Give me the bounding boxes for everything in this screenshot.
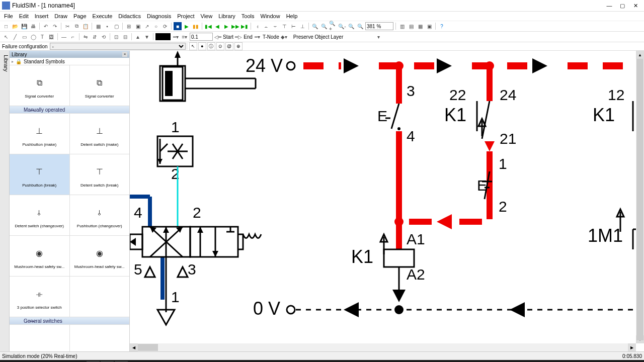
text-icon[interactable]: T	[38, 33, 46, 41]
lib-cat-manual[interactable]: Manually operated	[10, 106, 129, 113]
open-icon[interactable]: 📂	[11, 22, 19, 30]
scroll-up-icon[interactable]: ▲	[636, 51, 644, 59]
menu-library[interactable]: Library	[218, 13, 235, 19]
menu-draw[interactable]: Draw	[54, 13, 67, 19]
lib-item-pushbutton-make[interactable]: ⊥Pushbutton (make)	[10, 114, 69, 154]
zoom-page-icon[interactable]: 🔍	[356, 22, 364, 30]
close-button[interactable]: ✕	[629, 1, 642, 11]
play-button[interactable]: ▶	[183, 22, 191, 30]
help-icon[interactable]: ?	[438, 22, 446, 30]
circle-icon[interactable]: ○	[152, 22, 160, 30]
zoom-in-icon[interactable]: 🔍+	[329, 22, 337, 30]
node-style-icon[interactable]: ◆▾	[280, 33, 288, 41]
pause-button[interactable]: ▮▮	[192, 22, 200, 30]
end-arrow-icon[interactable]: ━▷	[234, 33, 243, 41]
lib-item-detent-make[interactable]: ⊥Detent switch (make)	[70, 114, 130, 154]
canvas[interactable]: 1 2 4 2	[130, 51, 644, 351]
zoom-sel-icon[interactable]: 🔍	[320, 22, 328, 30]
fail-target-icon[interactable]: ⊕	[234, 42, 243, 50]
zoom-out-icon[interactable]: 🔍-	[338, 22, 346, 30]
step-start-icon[interactable]: ▮◀	[204, 22, 212, 30]
lib-item-gen-1[interactable]	[10, 325, 69, 351]
align-mid-icon[interactable]: ⊢	[289, 22, 297, 30]
step-end-icon[interactable]: ▶▮	[240, 22, 249, 30]
menu-file[interactable]: File	[4, 13, 13, 19]
step-back-icon[interactable]: ◀	[213, 22, 221, 30]
flip-h-icon[interactable]: ⇋	[82, 33, 90, 41]
lib-item-pushbutton-break[interactable]: ⊤Pushbutton (break)	[10, 154, 69, 195]
menu-help[interactable]: Help	[286, 13, 298, 19]
snap-icon[interactable]: ▪	[103, 22, 111, 30]
copy-icon[interactable]: ⧉	[72, 22, 80, 30]
align-bot-icon[interactable]: ⊥	[298, 22, 306, 30]
zoom-fit-icon[interactable]: 🔍	[311, 22, 319, 30]
failure-select[interactable]: -	[50, 43, 186, 50]
layout4-icon[interactable]: ▣	[425, 22, 433, 30]
zoom-input[interactable]	[365, 22, 393, 30]
menu-window[interactable]: Window	[261, 13, 280, 19]
tnode-icon[interactable]: ━▾	[254, 33, 262, 41]
refresh-icon[interactable]: ⟳	[161, 22, 169, 30]
rect-icon[interactable]: ▭	[20, 33, 28, 41]
ungroup-icon[interactable]: ⊟	[121, 33, 129, 41]
library-header[interactable]: 🔒Standard Symbols	[10, 58, 129, 65]
lib-item-detent-changeover[interactable]: ⫰Detent switch (changeover)	[10, 195, 69, 235]
lib-item-signal-converter-1[interactable]: ⧉Signal converter	[10, 65, 69, 106]
maximize-button[interactable]: ▢	[616, 1, 629, 11]
start-arrow-icon[interactable]: ◁━	[214, 33, 222, 41]
align-top-icon[interactable]: ⊤	[280, 22, 288, 30]
fail-at-icon[interactable]: @	[225, 42, 233, 50]
scroll-left-icon[interactable]: ◀	[130, 343, 138, 351]
color-swatch[interactable]	[155, 33, 171, 40]
fail-pointer-icon[interactable]: ↖	[189, 42, 197, 50]
step-fwd2-icon[interactable]: ▶▶	[231, 22, 239, 30]
scroll-right-icon[interactable]: ▶	[628, 343, 636, 351]
lib-item-detent-break[interactable]: ⊤Detent switch (break)	[70, 154, 130, 195]
lib-item-mushroom-1[interactable]: ◉Mushroom-head safety sw...	[10, 236, 69, 276]
minimize-button[interactable]: —	[603, 1, 616, 11]
align-left-icon[interactable]: ⫞	[253, 22, 261, 30]
lib-item-signal-converter-2[interactable]: ⧉Signal converter	[70, 65, 130, 106]
menu-diagnosis[interactable]: Diagnosis	[147, 13, 171, 19]
conn-elbow-icon[interactable]: ⌐	[69, 33, 77, 41]
image-icon[interactable]: 🖼	[47, 33, 55, 41]
menu-page[interactable]: Page	[73, 13, 87, 19]
step-fwd-icon[interactable]: ▶	[222, 22, 230, 30]
stop-button[interactable]: ■	[174, 22, 182, 30]
menu-view[interactable]: View	[201, 13, 213, 19]
layer-dd-icon[interactable]: ▾	[375, 33, 383, 41]
menu-didactics[interactable]: Didactics	[118, 13, 141, 19]
library-close-icon[interactable]: ×	[122, 52, 127, 57]
line-icon[interactable]: ╱	[11, 33, 19, 41]
ellipse-icon[interactable]: ◯	[29, 33, 37, 41]
cut-icon[interactable]: ✂	[63, 22, 71, 30]
new-icon[interactable]: □	[2, 22, 10, 30]
menu-insert[interactable]: Insert	[35, 13, 49, 19]
linestyle-icon[interactable]: ━▾	[172, 33, 180, 41]
menu-tools[interactable]: Tools	[242, 13, 255, 19]
fail-info-icon[interactable]: ⓘ	[207, 42, 215, 50]
back-icon[interactable]: ▼	[143, 33, 151, 41]
rotate-icon[interactable]: ⟲	[100, 33, 108, 41]
page-icon[interactable]: ▣	[134, 22, 142, 30]
save-icon[interactable]: 💾	[20, 22, 28, 30]
lib-cat-general[interactable]: General switches	[10, 317, 129, 324]
layout3-icon[interactable]: ▦	[416, 22, 424, 30]
pointer-icon[interactable]: ↖	[2, 33, 10, 41]
fail-record-icon[interactable]: ●	[198, 42, 206, 50]
menu-project[interactable]: Project	[177, 13, 194, 19]
arrow-icon[interactable]: ↗	[143, 22, 151, 30]
fail-clock-icon[interactable]: ⊙	[216, 42, 224, 50]
grid-icon[interactable]: ▦	[94, 22, 102, 30]
lib-item-3pos-selector[interactable]: ⟛3 position selector switch	[10, 277, 69, 317]
align-right-icon[interactable]: ⫟	[271, 22, 279, 30]
front-icon[interactable]: ▲	[134, 33, 142, 41]
print-icon[interactable]: 🖶	[29, 22, 37, 30]
lib-item-gen-2[interactable]	[70, 325, 130, 351]
lib-item-pushbutton-changeover[interactable]: ⫰Pushbutton (changeover)	[70, 195, 130, 235]
grid2-icon[interactable]: ⊞	[125, 22, 133, 30]
flip-v-icon[interactable]: ⇵	[91, 33, 99, 41]
lineweight-icon[interactable]: ≡▾	[181, 33, 189, 41]
paste-icon[interactable]: 📋	[82, 22, 90, 30]
layout2-icon[interactable]: ▤	[407, 22, 415, 30]
